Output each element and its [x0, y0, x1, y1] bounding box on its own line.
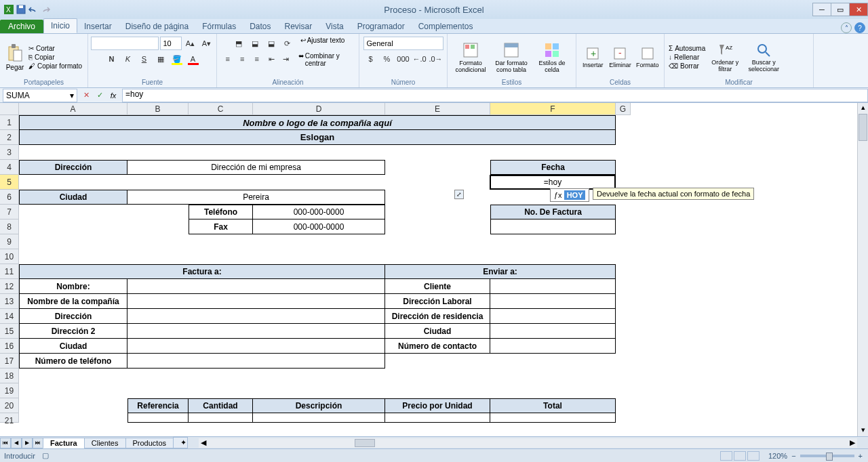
find-select-button[interactable]: Buscar y seleccionar	[745, 41, 783, 74]
percent-icon[interactable]: %	[380, 52, 395, 66]
increase-font-icon[interactable]: A▴	[183, 37, 198, 50]
row-header-7[interactable]: 7	[0, 205, 19, 219]
increase-indent-icon[interactable]: ⇥	[279, 52, 293, 66]
redo-icon[interactable]	[41, 5, 50, 14]
cell-styles-button[interactable]: Estilos de celda	[533, 41, 571, 74]
cell-cant[interactable]: Cantidad	[189, 398, 253, 413]
row-header-17[interactable]: 17	[0, 354, 19, 369]
paste-button[interactable]: Pegar	[4, 41, 26, 74]
function-tooltip[interactable]: ƒx HOY	[550, 188, 589, 202]
macro-record-icon[interactable]: ▢	[42, 451, 49, 460]
align-bottom-icon[interactable]: ⬓	[264, 37, 279, 50]
row-header-12[interactable]: 12	[0, 279, 19, 294]
cell-r21-b[interactable]	[127, 413, 189, 423]
horizontal-scrollbar[interactable]: ◀ ▶	[199, 438, 857, 448]
cell-contacto-lbl[interactable]: Número de contacto	[385, 339, 490, 354]
row-header-1[interactable]: 1	[0, 115, 19, 130]
cell-direccion-lbl[interactable]: Dirección	[19, 160, 127, 175]
cell-dirres-lbl[interactable]: Dirección de residencia	[385, 309, 490, 324]
expand-icon[interactable]: ⤢	[454, 190, 464, 199]
row-header-20[interactable]: 20	[0, 398, 19, 413]
row-header-18[interactable]: 18	[0, 369, 19, 383]
cell-tel-lbl[interactable]: Número de teléfono	[19, 354, 127, 369]
prev-sheet-icon[interactable]: ◀	[11, 438, 22, 448]
number-format-combo[interactable]: General	[363, 37, 443, 50]
align-left-icon[interactable]: ≡	[221, 52, 235, 66]
cell-r21-e[interactable]	[385, 413, 490, 423]
cell-tel-val[interactable]	[127, 354, 385, 369]
cell-ref[interactable]: Referencia	[127, 398, 189, 413]
sort-filter-button[interactable]: AZOrdenar y filtrar	[708, 41, 742, 74]
underline-button[interactable]: S	[137, 52, 152, 66]
cell-fax-lbl[interactable]: Fax	[189, 219, 253, 234]
cell-ciudad3-lbl[interactable]: Ciudad	[385, 324, 490, 339]
fill-color-button[interactable]: 🪣	[170, 52, 184, 66]
italic-button[interactable]: K	[121, 52, 136, 66]
first-sheet-icon[interactable]: ⏮	[0, 438, 11, 448]
col-header-a[interactable]: A	[19, 103, 127, 115]
col-header-d[interactable]: D	[253, 103, 385, 115]
col-header-f[interactable]: F	[490, 103, 616, 115]
comma-icon[interactable]: 000	[396, 52, 411, 66]
cell-dir-lbl[interactable]: Dirección	[19, 309, 127, 324]
normal-view-icon[interactable]	[720, 451, 732, 461]
cell-enviar-a[interactable]: Enviar a:	[385, 264, 616, 279]
merge-center-button[interactable]: ⬌ Combinar y centrar	[298, 52, 355, 67]
row-header-5[interactable]: 5	[0, 175, 19, 190]
row-header-2[interactable]: 2	[0, 130, 19, 145]
vertical-scrollbar[interactable]: ▴ ▾	[857, 103, 868, 436]
row-header-11[interactable]: 11	[0, 264, 19, 279]
cell-telefono-val[interactable]: 000-000-0000	[253, 205, 385, 219]
row-header-14[interactable]: 14	[0, 309, 19, 324]
tab-diseno[interactable]: Diseño de página	[119, 20, 195, 33]
cell-total[interactable]: Total	[490, 398, 616, 413]
format-cells-button[interactable]: Formato	[635, 41, 660, 74]
cell-factura-val[interactable]	[490, 219, 616, 234]
cell-ciudad2-val[interactable]	[127, 339, 385, 354]
format-table-button[interactable]: Dar formato como tabla	[492, 41, 530, 74]
increase-decimal-icon[interactable]: ←.0	[412, 52, 427, 66]
cell-dirlab-lbl[interactable]: Dirección Laboral	[385, 294, 490, 309]
minimize-ribbon-icon[interactable]: ˄	[841, 22, 852, 33]
next-sheet-icon[interactable]: ▶	[22, 438, 33, 448]
copy-button[interactable]: ⎘ Copiar	[28, 54, 82, 61]
zoom-level[interactable]: 120%	[768, 452, 787, 460]
zoom-in-icon[interactable]: +	[859, 452, 863, 460]
cell-dir2-lbl[interactable]: Dirección 2	[19, 324, 127, 339]
tab-datos[interactable]: Datos	[243, 20, 277, 33]
cancel-formula-icon[interactable]: ✕	[80, 89, 92, 102]
border-button[interactable]: ▦	[153, 52, 168, 66]
cell-r21-c[interactable]	[189, 413, 253, 423]
align-top-icon[interactable]: ⬒	[231, 37, 246, 50]
cell-telefono-lbl[interactable]: Teléfono	[189, 205, 253, 219]
minimize-button[interactable]: ─	[812, 3, 831, 16]
cut-button[interactable]: ✂ Cortar	[28, 45, 82, 52]
maximize-button[interactable]: ▭	[831, 3, 850, 16]
row-header-19[interactable]: 19	[0, 383, 19, 398]
file-tab[interactable]: Archivo	[0, 20, 43, 33]
row-header-9[interactable]: 9	[0, 234, 19, 249]
tab-inicio[interactable]: Inicio	[43, 18, 77, 33]
fx-icon[interactable]: fx	[107, 89, 119, 102]
sheet-tab-factura[interactable]: Factura	[43, 438, 85, 448]
new-sheet-icon[interactable]: ✦	[173, 437, 188, 448]
name-box[interactable]: SUMA▾	[3, 89, 77, 102]
cell-nombre-lbl[interactable]: Nombre:	[19, 279, 127, 294]
enter-formula-icon[interactable]: ✓	[94, 89, 106, 102]
align-middle-icon[interactable]: ⬓	[248, 37, 262, 50]
cell-precio[interactable]: Precio por Unidad	[385, 398, 490, 413]
row-header-21[interactable]: 21	[0, 413, 19, 423]
undo-icon[interactable]	[28, 5, 38, 14]
format-painter-button[interactable]: 🖌 Copiar formato	[28, 62, 82, 70]
cell-grid[interactable]: Nombre o logo de la compañía aquí Esloga…	[19, 115, 857, 436]
align-center-icon[interactable]: ≡	[236, 52, 250, 66]
insert-cells-button[interactable]: +Insertar	[580, 41, 605, 74]
align-right-icon[interactable]: ≡	[250, 52, 264, 66]
col-header-g[interactable]: G	[616, 103, 631, 115]
cell-desc[interactable]: Descripción	[253, 398, 385, 413]
row-header-15[interactable]: 15	[0, 324, 19, 339]
orientation-icon[interactable]: ⟳	[280, 37, 295, 50]
row-header-3[interactable]: 3	[0, 145, 19, 160]
col-header-e[interactable]: E	[385, 103, 490, 115]
conditional-format-button[interactable]: Formato condicional	[452, 41, 490, 74]
